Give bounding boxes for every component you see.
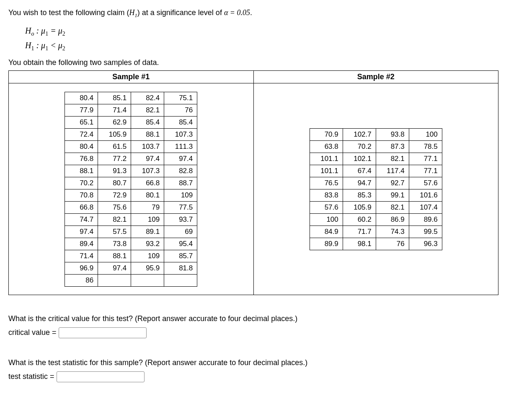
data-cell: 85.3	[343, 189, 376, 201]
data-cell: 89.4	[65, 238, 98, 250]
table-row: 97.457.589.169	[65, 226, 197, 238]
data-cell: 86.9	[376, 213, 409, 226]
sample1-column: Sample #1 80.485.182.475.177.971.482.176…	[9, 71, 254, 295]
alt-hypothesis: H1 : μ1 < μ2	[25, 39, 498, 53]
data-cell: 76.5	[310, 177, 343, 189]
data-cell: 109	[131, 213, 164, 226]
table-row: 96.997.495.981.8	[65, 262, 197, 274]
data-cell: 82.8	[164, 165, 197, 177]
data-cell: 107.3	[164, 128, 197, 140]
data-cell: 88.1	[65, 165, 98, 177]
data-cell: 94.7	[343, 177, 376, 189]
data-cell: 77.2	[98, 153, 131, 165]
null-hypothesis: Ho : μ1 = μ2	[25, 24, 498, 39]
data-cell: 93.7	[164, 213, 197, 226]
data-cell: 74.3	[376, 226, 409, 238]
table-row: 80.461.5103.7111.3	[65, 140, 197, 153]
q2-label: test statistic =	[8, 372, 57, 381]
data-cell: 70.2	[343, 140, 376, 153]
data-cell: 79	[131, 201, 164, 213]
table-row: 80.485.182.475.1	[65, 92, 197, 104]
data-cell: 88.7	[164, 177, 197, 189]
data-cell: 105.9	[98, 128, 131, 140]
data-cell: 62.9	[98, 116, 131, 128]
samples-container: Sample #1 80.485.182.475.177.971.482.176…	[8, 70, 498, 295]
data-cell: 86	[65, 274, 98, 286]
sample2-table: 70.9102.793.810063.870.287.378.5101.1102…	[310, 128, 442, 250]
data-cell: 82.1	[98, 213, 131, 226]
q1-text: What is the critical value for this test…	[8, 312, 498, 325]
data-cell: 82.1	[376, 201, 409, 213]
data-cell: 89.9	[310, 238, 343, 250]
data-cell: 109	[131, 250, 164, 262]
data-cell: 105.9	[343, 201, 376, 213]
table-row: 101.167.4117.477.1	[310, 165, 442, 177]
sample2-column: Sample #2 70.9102.793.810063.870.287.378…	[254, 71, 498, 295]
data-cell: 83.8	[310, 189, 343, 201]
sample1-table: 80.485.182.475.177.971.482.17665.162.985…	[65, 92, 197, 287]
data-cell: 57.5	[98, 226, 131, 238]
data-cell: 85.4	[164, 116, 197, 128]
critical-value-input[interactable]	[59, 327, 147, 338]
data-cell: 96.9	[65, 262, 98, 274]
data-cell: 109	[164, 189, 197, 201]
table-row: 70.280.766.888.7	[65, 177, 197, 189]
table-row: 66.875.67977.5	[65, 201, 197, 213]
data-cell: 80.1	[131, 189, 164, 201]
data-cell: 92.7	[376, 177, 409, 189]
data-cell: 93.8	[376, 128, 409, 140]
data-cell: 100	[409, 128, 442, 140]
data-cell: 97.4	[164, 153, 197, 165]
data-cell: 76	[164, 104, 197, 116]
data-cell: 82.1	[131, 104, 164, 116]
data-cell: 65.1	[65, 116, 98, 128]
sample2-header: Sample #2	[254, 71, 498, 83]
data-cell: 66.8	[131, 177, 164, 189]
data-cell: 107.3	[131, 165, 164, 177]
data-cell: 91.3	[98, 165, 131, 177]
data-cell: 80.7	[98, 177, 131, 189]
sample1-header: Sample #1	[9, 71, 253, 83]
data-cell	[131, 274, 164, 286]
obtain-text: You obtain the following two samples of …	[8, 58, 498, 67]
sample1-body: 80.485.182.475.177.971.482.17665.162.985…	[9, 83, 253, 295]
data-cell: 89.6	[409, 213, 442, 226]
table-row: 76.877.297.497.4	[65, 153, 197, 165]
data-cell: 71.4	[65, 250, 98, 262]
table-row: 57.6105.982.1107.4	[310, 201, 442, 213]
data-cell: 95.9	[131, 262, 164, 274]
table-row: 72.4105.988.1107.3	[65, 128, 197, 140]
data-cell: 60.2	[343, 213, 376, 226]
data-cell: 97.4	[131, 153, 164, 165]
data-cell: 97.4	[65, 226, 98, 238]
data-cell: 80.4	[65, 140, 98, 153]
data-cell: 72.4	[65, 128, 98, 140]
data-cell: 96.3	[409, 238, 442, 250]
data-cell: 77.9	[65, 104, 98, 116]
question1: What is the critical value for this test…	[8, 312, 498, 339]
data-cell: 63.8	[310, 140, 343, 153]
data-cell: 87.3	[376, 140, 409, 153]
data-cell: 89.1	[131, 226, 164, 238]
data-cell: 101.6	[409, 189, 442, 201]
data-cell: 57.6	[310, 201, 343, 213]
sample2-body: 70.9102.793.810063.870.287.378.5101.1102…	[254, 83, 498, 295]
table-row: 65.162.985.485.4	[65, 116, 197, 128]
data-cell: 71.7	[343, 226, 376, 238]
q1-label: critical value =	[8, 328, 59, 337]
data-cell: 93.2	[131, 238, 164, 250]
data-cell: 98.1	[343, 238, 376, 250]
data-cell: 84.9	[310, 226, 343, 238]
data-cell: 70.9	[310, 128, 343, 140]
table-row: 70.9102.793.8100	[310, 128, 442, 140]
intro-text: You wish to test the following claim (H1…	[8, 8, 498, 19]
data-cell: 102.7	[343, 128, 376, 140]
test-statistic-input[interactable]	[57, 371, 145, 382]
data-cell: 107.4	[409, 201, 442, 213]
data-cell: 75.6	[98, 201, 131, 213]
table-row: 84.971.774.399.5	[310, 226, 442, 238]
data-cell: 82.1	[376, 153, 409, 165]
table-row: 101.1102.182.177.1	[310, 153, 442, 165]
data-cell: 77.1	[409, 153, 442, 165]
data-cell: 75.1	[164, 92, 197, 104]
